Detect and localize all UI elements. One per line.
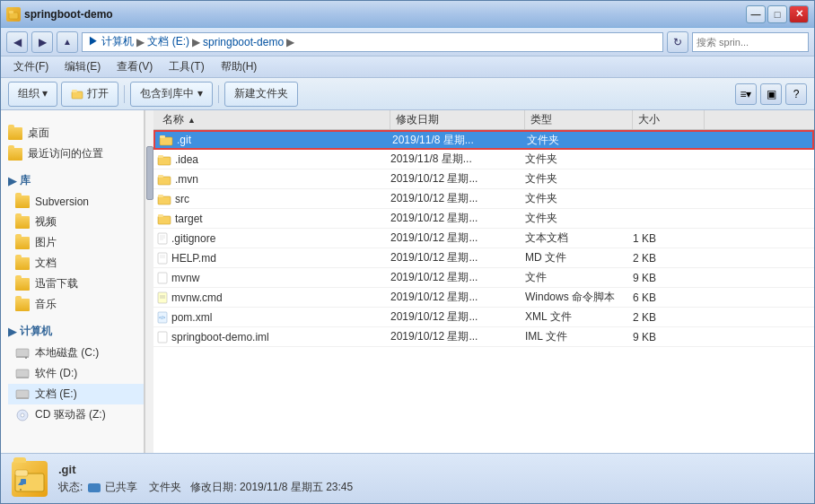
folder-icon	[15, 299, 30, 311]
col-header-size[interactable]: 大小	[633, 110, 705, 129]
file-date-cell: 2019/10/12 星期...	[390, 309, 525, 325]
sidebar-item-xunlei[interactable]: 迅雷下载	[8, 274, 144, 294]
svg-rect-36	[158, 332, 167, 343]
menu-file[interactable]: 文件(F)	[6, 57, 56, 76]
sidebar-item-desktop[interactable]: 桌面	[1, 123, 144, 143]
open-button[interactable]: 打开	[61, 82, 118, 107]
sidebar-item-music[interactable]: 音乐	[8, 294, 144, 315]
sidebar-section-recent: 桌面 最近访问的位置	[1, 123, 144, 164]
toolbar-right: ≡▾ ▣ ?	[735, 83, 807, 105]
include-library-button[interactable]: 包含到库中 ▾	[130, 82, 212, 107]
svg-rect-13	[160, 137, 172, 145]
status-bar: .git 状态: 已共享 文件夹 修改日期: 2019/11/8 星期五 23:…	[1, 453, 814, 503]
path-documents[interactable]: 文档 (E:)	[147, 34, 189, 49]
sidebar-item-drive-z[interactable]: CD 驱动器 (Z:)	[8, 404, 144, 425]
folder-icon	[157, 213, 171, 225]
file-type-cell: 文件夹	[525, 152, 633, 167]
forward-button[interactable]: ▶	[31, 31, 53, 53]
drive-icon	[15, 368, 30, 380]
maximize-button[interactable]: □	[767, 5, 787, 23]
file-type-cell: IML 文件	[525, 329, 633, 344]
back-button[interactable]: ◀	[6, 31, 28, 53]
svg-point-12	[21, 413, 24, 417]
preview-button[interactable]: ▣	[760, 83, 782, 105]
folder-icon	[159, 134, 173, 146]
search-box[interactable]: 🔍	[692, 32, 809, 52]
toolbar-divider	[124, 85, 125, 103]
status-text: .git 状态: 已共享 文件夹 修改日期: 2019/11/8 星期五 23:…	[58, 461, 353, 497]
file-name-cell: HELP.md	[157, 252, 390, 265]
file-size-cell: 9 KB	[633, 272, 705, 284]
close-button[interactable]: ✕	[789, 5, 809, 23]
address-path[interactable]: ▶ 计算机 ▶ 文档 (E:) ▶ springboot-demo ▶	[82, 32, 663, 52]
organize-button[interactable]: 组织 ▾	[8, 82, 57, 107]
sidebar-item-drive-c[interactable]: 本地磁盘 (C:)	[8, 343, 144, 363]
main-content: 桌面 最近访问的位置 ▶ 库	[1, 110, 814, 453]
file-row-pomxml[interactable]: </> pom.xml 2019/10/12 星期... XML 文件 2 KB	[153, 308, 814, 327]
col-header-date[interactable]: 修改日期	[390, 110, 525, 129]
iml-icon	[157, 331, 168, 343]
minimize-button[interactable]: —	[746, 5, 766, 23]
file-type-cell: MD 文件	[525, 250, 633, 265]
sidebar-scroll-thumb[interactable]	[146, 146, 153, 200]
refresh-button[interactable]: ↻	[667, 31, 688, 53]
sidebar-item-drive-d[interactable]: 软件 (D:)	[8, 363, 144, 384]
path-computer[interactable]: ▶ 计算机	[88, 34, 134, 49]
sidebar-item-drive-e[interactable]: 文档 (E:)	[8, 384, 144, 404]
sidebar-item-documents[interactable]: 文档	[8, 253, 144, 274]
svg-rect-3	[72, 90, 77, 92]
search-input[interactable]	[697, 37, 815, 48]
svg-rect-23	[158, 233, 167, 244]
file-list-header: 名称 ▲ 修改日期 类型 大小	[153, 110, 814, 130]
sidebar-item-video[interactable]: 视频	[8, 212, 144, 232]
sidebar-item-subversion[interactable]: Subversion	[8, 192, 144, 212]
menu-edit[interactable]: 编辑(E)	[57, 57, 108, 76]
menu-help[interactable]: 帮助(H)	[214, 57, 265, 76]
address-bar: ◀ ▶ ▲ ▶ 计算机 ▶ 文档 (E:) ▶ springboot-demo …	[1, 28, 814, 56]
help-button[interactable]: ?	[785, 83, 807, 105]
status-details: 状态: 已共享 文件夹 修改日期: 2019/11/8 星期五 23:45	[58, 479, 353, 496]
view-list-button[interactable]: ≡▾	[735, 83, 757, 105]
svg-rect-16	[158, 155, 163, 158]
file-row-src[interactable]: src 2019/10/12 星期... 文件夹	[153, 189, 814, 209]
main-window: springboot-demo — □ ✕ ◀ ▶ ▲ ▶ 计算机 ▶ 文档 (…	[0, 0, 815, 504]
col-header-type[interactable]: 类型	[525, 110, 633, 129]
drive-icon	[15, 347, 30, 360]
folder-icon	[15, 216, 30, 229]
file-date-cell: 2019/10/12 星期...	[390, 171, 525, 187]
sidebar-item-pictures[interactable]: 图片	[8, 232, 144, 253]
window-icon	[6, 7, 21, 22]
file-date-cell: 2019/10/12 星期...	[390, 191, 525, 206]
file-row-iml[interactable]: springboot-demo.iml 2019/10/12 星期... IML…	[153, 327, 814, 347]
file-row-mvn[interactable]: .mvn 2019/10/12 星期... 文件夹	[153, 169, 814, 189]
file-row-target[interactable]: target 2019/10/12 星期... 文件夹	[153, 209, 814, 229]
file-row-helpmd[interactable]: HELP.md 2019/10/12 星期... MD 文件 2 KB	[153, 248, 814, 268]
menu-tools[interactable]: 工具(T)	[162, 57, 211, 76]
sidebar-section-computer-header: ▶ 计算机	[1, 320, 144, 343]
file-row-mvnw[interactable]: mvnw 2019/10/12 星期... 文件 9 KB	[153, 268, 814, 288]
new-folder-button[interactable]: 新建文件夹	[224, 82, 298, 107]
file-row-mvnwcmd[interactable]: mvnw.cmd 2019/10/12 星期... Windows 命令脚本 6…	[153, 288, 814, 308]
svg-rect-14	[160, 135, 165, 138]
svg-rect-7	[16, 369, 29, 378]
svg-rect-22	[158, 214, 163, 217]
up-button[interactable]: ▲	[57, 31, 78, 53]
path-project[interactable]: springboot-demo	[203, 36, 284, 48]
file-date-cell: 2019/11/8 星期...	[392, 133, 527, 148]
sidebar-scrollbar[interactable]	[145, 110, 153, 453]
file-row-git[interactable]: .git 2019/11/8 星期... 文件夹	[153, 130, 814, 150]
svg-text:</>: </>	[159, 315, 165, 320]
svg-rect-1	[9, 11, 13, 13]
sidebar-item-recent[interactable]: 最近访问的位置	[1, 143, 144, 164]
file-size-cell: 1 KB	[633, 232, 705, 245]
cd-icon	[15, 409, 30, 421]
file-name-cell: src	[157, 193, 390, 205]
file-row-idea[interactable]: .idea 2019/11/8 星期... 文件夹	[153, 150, 814, 169]
col-header-name[interactable]: 名称 ▲	[157, 110, 390, 129]
file-date-cell: 2019/10/12 星期...	[390, 270, 525, 285]
menu-view[interactable]: 查看(V)	[110, 57, 160, 76]
file-row-gitignore[interactable]: .gitignore 2019/10/12 星期... 文本文档 1 KB	[153, 229, 814, 248]
doc-icon	[157, 232, 168, 245]
file-type-cell: 文件夹	[525, 171, 633, 187]
xml-icon: </>	[157, 311, 168, 324]
